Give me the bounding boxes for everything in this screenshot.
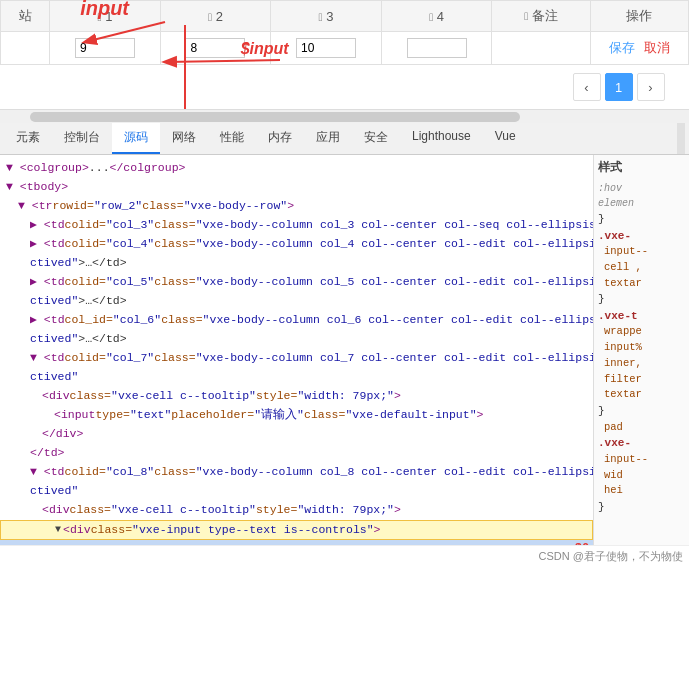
style-wid: wid bbox=[598, 468, 685, 484]
style-vxe1: .vxe- bbox=[598, 228, 685, 245]
dom-td-col8[interactable]: ▼ <td colid="col_8" class="vxe-body--col… bbox=[0, 463, 593, 482]
edit-icon-2:  bbox=[208, 11, 212, 23]
edit-icon-3:  bbox=[319, 11, 323, 23]
dom-td-col5[interactable]: ▶ <td colid="col_5" class="vxe-body--col… bbox=[0, 273, 593, 292]
style-brace3: } bbox=[598, 403, 685, 420]
save-button[interactable]: 保存 bbox=[609, 40, 635, 55]
style-brace2: } bbox=[598, 291, 685, 308]
style-inputp: input% bbox=[598, 340, 685, 356]
edit-icon-1:  bbox=[97, 11, 101, 23]
tab-elements[interactable]: 元素 bbox=[4, 123, 52, 154]
dom-td-col6-cont: ctived">…</td> bbox=[0, 330, 593, 349]
styles-header: 样式 bbox=[598, 159, 685, 177]
style-wrapper: wrappe bbox=[598, 324, 685, 340]
cell-2[interactable]: $input bbox=[160, 32, 271, 65]
prev-page-button[interactable]: ‹ bbox=[573, 73, 601, 101]
dom-td-col4[interactable]: ▶ <td colid="col_4" class="vxe-body--col… bbox=[0, 235, 593, 254]
style-vxe2: .vxe-t bbox=[598, 308, 685, 325]
devtools-scrollbar[interactable] bbox=[677, 123, 685, 154]
devtools-panel: ▼ <colgroup>...</colgroup> ▼ <tbody> ▼ <… bbox=[0, 155, 689, 545]
dom-tr[interactable]: ▼ <tr rowid="row_2" class="vxe-body--row… bbox=[0, 197, 593, 216]
style-brace4: } bbox=[598, 499, 685, 516]
cell-2-input[interactable] bbox=[185, 38, 245, 58]
tab-lighthouse[interactable]: Lighthouse bbox=[400, 123, 483, 154]
data-table: 站  1 input  2  3  4 bbox=[0, 0, 689, 109]
pagination-cell: ‹ 1 › bbox=[1, 65, 689, 110]
col-header-1:  1 input bbox=[50, 1, 161, 32]
style-input2: input-- bbox=[598, 452, 685, 468]
dom-tbody[interactable]: ▼ <tbody> bbox=[0, 178, 593, 197]
style-brace1: } bbox=[598, 211, 685, 228]
dom-input-col7[interactable]: <input type="text" placeholder="请输入" cla… bbox=[0, 406, 593, 425]
tab-memory[interactable]: 内存 bbox=[256, 123, 304, 154]
dom-div-cell7[interactable]: <div class="vxe-cell c--tooltip" style="… bbox=[0, 387, 593, 406]
dom-div-vxe-input[interactable]: ▼ <div class="vxe-input type--text is--c… bbox=[0, 520, 593, 540]
cell-note bbox=[492, 32, 590, 65]
style-cell: cell , bbox=[598, 260, 685, 276]
edit-icon-note:  bbox=[524, 10, 528, 22]
cell-4-input[interactable] bbox=[407, 38, 467, 58]
dom-td-col7-cont: ctived" bbox=[0, 368, 593, 387]
cell-3-input[interactable] bbox=[296, 38, 356, 58]
horizontal-scrollbar[interactable] bbox=[0, 109, 689, 123]
next-page-button[interactable]: › bbox=[637, 73, 665, 101]
style-textar2: textar bbox=[598, 387, 685, 403]
dom-td-col5-cont: ctived">…</td> bbox=[0, 292, 593, 311]
tab-application[interactable]: 应用 bbox=[304, 123, 352, 154]
tab-vue[interactable]: Vue bbox=[483, 123, 528, 154]
edit-icon-4:  bbox=[429, 11, 433, 23]
csdn-label: CSDN @君子使物，不为物使 bbox=[539, 549, 683, 564]
dom-colgroup[interactable]: ▼ <colgroup>...</colgroup> bbox=[0, 159, 593, 178]
styles-panel: 样式 :hov elemen } .vxe- input-- cell , te… bbox=[594, 155, 689, 545]
tab-network[interactable]: 网络 bbox=[160, 123, 208, 154]
dom-td-col3[interactable]: ▶ <td colid="col_3" class="vxe-body--col… bbox=[0, 216, 593, 235]
col-header-station: 站 bbox=[1, 1, 50, 32]
cell-4[interactable] bbox=[381, 32, 492, 65]
scrollbar-thumb[interactable] bbox=[30, 112, 520, 122]
cell-3[interactable] bbox=[271, 32, 382, 65]
dom-td-col7-close: </td> bbox=[0, 444, 593, 463]
dom-td-col8-cont: ctived" bbox=[0, 482, 593, 501]
csdn-bar: CSDN @君子使物，不为物使 bbox=[0, 545, 689, 567]
cell-station bbox=[1, 32, 50, 65]
style-inner: inner, bbox=[598, 356, 685, 372]
col-header-3:  3 bbox=[271, 1, 382, 32]
pagination: ‹ 1 › bbox=[5, 73, 685, 101]
tab-source[interactable]: 源码 bbox=[112, 123, 160, 154]
col-header-note:  备注 bbox=[492, 1, 590, 32]
style-input: input-- bbox=[598, 244, 685, 260]
devtools-tabs: 元素 控制台 源码 网络 性能 内存 应用 安全 Lighthouse Vue bbox=[0, 123, 689, 155]
dom-td-col7[interactable]: ▼ <td colid="col_7" class="vxe-body--col… bbox=[0, 349, 593, 368]
table-row: $input 保存 取消 bbox=[1, 32, 689, 65]
pagination-row: ‹ 1 › bbox=[1, 65, 689, 110]
col-header-action: 操作 bbox=[590, 1, 688, 32]
col-header-2:  2 bbox=[160, 1, 271, 32]
cancel-button[interactable]: 取消 bbox=[644, 40, 670, 55]
style-textar1: textar bbox=[598, 276, 685, 292]
style-elem: elemen bbox=[598, 196, 685, 211]
dom-div-cell8[interactable]: <div class="vxe-cell c--tooltip" style="… bbox=[0, 501, 593, 520]
table-section: 站  1 input  2  3  4 bbox=[0, 0, 689, 109]
dom-input-col8[interactable]: <input type="text" placeholder autocompl… bbox=[0, 540, 593, 545]
dom-td-col6[interactable]: ▶ <td col_id="col_6" class="vxe-body--co… bbox=[0, 311, 593, 330]
style-hov: :hov bbox=[598, 181, 685, 196]
tab-performance[interactable]: 性能 bbox=[208, 123, 256, 154]
dom-div-cell7-close: </div> bbox=[0, 425, 593, 444]
dom-td-col4-cont: ctived">…</td> bbox=[0, 254, 593, 273]
style-vxe3: .vxe- bbox=[598, 435, 685, 452]
dom-tree[interactable]: ▼ <colgroup>...</colgroup> ▼ <tbody> ▼ <… bbox=[0, 155, 594, 545]
tab-security[interactable]: 安全 bbox=[352, 123, 400, 154]
col-header-4:  4 bbox=[381, 1, 492, 32]
tab-console[interactable]: 控制台 bbox=[52, 123, 112, 154]
style-filter: filter bbox=[598, 372, 685, 388]
current-page-button[interactable]: 1 bbox=[605, 73, 633, 101]
cell-action: 保存 取消 bbox=[590, 32, 688, 65]
cell-1-input[interactable] bbox=[75, 38, 135, 58]
cell-1[interactable] bbox=[50, 32, 161, 65]
style-hei: hei bbox=[598, 483, 685, 499]
style-pad: pad bbox=[598, 420, 685, 436]
